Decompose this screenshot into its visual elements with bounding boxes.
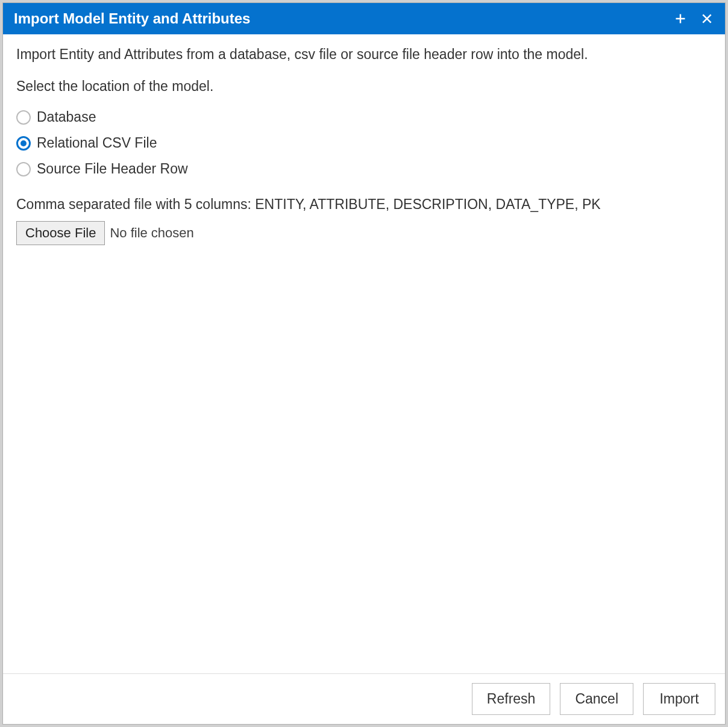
titlebar-actions xyxy=(673,11,714,26)
radio-relational-csv[interactable]: Relational CSV File xyxy=(16,130,712,156)
dialog-content: Import Entity and Attributes from a data… xyxy=(3,34,725,673)
radio-icon xyxy=(16,110,31,125)
import-dialog: Import Model Entity and Attributes Impor… xyxy=(2,2,726,725)
choose-file-button[interactable]: Choose File xyxy=(16,221,105,245)
select-location-label: Select the location of the model. xyxy=(16,77,712,96)
close-icon[interactable] xyxy=(700,11,714,26)
refresh-button[interactable]: Refresh xyxy=(472,683,551,715)
location-radio-group: Database Relational CSV File Source File… xyxy=(16,104,712,182)
dialog-title: Import Model Entity and Attributes xyxy=(14,10,673,27)
import-button[interactable]: Import xyxy=(643,683,715,715)
radio-label: Relational CSV File xyxy=(37,134,157,152)
dialog-footer: Refresh Cancel Import xyxy=(3,673,725,724)
intro-text: Import Entity and Attributes from a data… xyxy=(16,45,712,64)
cancel-button[interactable]: Cancel xyxy=(560,683,633,715)
radio-label: Database xyxy=(37,108,96,126)
radio-label: Source File Header Row xyxy=(37,160,188,178)
csv-format-helper: Comma separated file with 5 columns: ENT… xyxy=(16,195,712,214)
file-chosen-status: No file chosen xyxy=(110,224,193,242)
radio-icon xyxy=(16,162,31,176)
radio-database[interactable]: Database xyxy=(16,104,712,130)
titlebar: Import Model Entity and Attributes xyxy=(3,3,725,34)
radio-source-file-header[interactable]: Source File Header Row xyxy=(16,156,712,182)
radio-icon xyxy=(16,136,31,151)
add-icon[interactable] xyxy=(673,11,688,26)
file-input-row: Choose File No file chosen xyxy=(16,221,712,245)
